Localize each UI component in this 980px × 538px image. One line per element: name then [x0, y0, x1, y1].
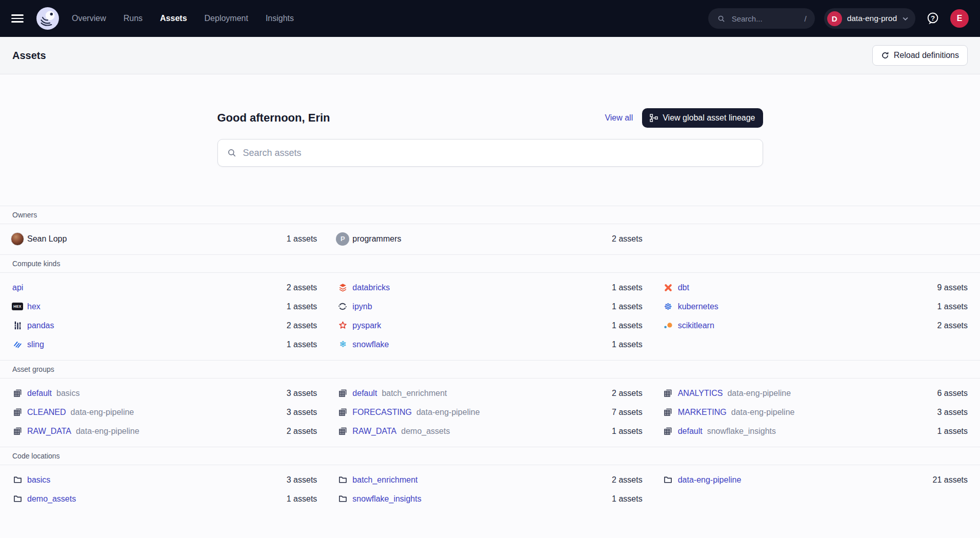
item-location-suffix: snowflake_insights	[707, 427, 776, 436]
compute-kinds-item: pyspark1 assets	[337, 316, 642, 335]
view-all-link[interactable]: View all	[605, 113, 633, 123]
asset-groups-link[interactable]: FORECASTINGdata-eng-pipeline	[337, 407, 479, 417]
compute-kinds-link[interactable]: scikitlearn	[663, 321, 714, 331]
code-locations-link[interactable]: snowflake_insights	[337, 494, 421, 504]
asset-groups-link[interactable]: RAW_DATAdemo_assets	[337, 426, 450, 436]
table-row: demo_assets1 assetssnowflake_insights1 a…	[0, 489, 980, 508]
sling-icon	[12, 340, 23, 350]
item-location-suffix: data-eng-pipeline	[731, 408, 795, 417]
compute-kinds-link[interactable]: sling	[12, 340, 44, 350]
greeting-heading: Good afternoon, Erin	[217, 111, 330, 125]
section-compute-kinds: Compute kindsapi2 assetsdatabricks1 asse…	[0, 254, 980, 360]
item-name: demo_assets	[27, 494, 76, 504]
compute-kinds-link[interactable]: dbt	[663, 283, 689, 293]
folder-icon	[337, 475, 348, 485]
code-locations-link[interactable]: batch_enrichment	[337, 475, 417, 485]
section-owners: OwnersSean Lopp1 assetsPprogrammers2 ass…	[0, 206, 980, 254]
compute-kinds-link[interactable]: ☸kubernetes	[663, 302, 718, 312]
asset-count: 1 assets	[612, 321, 643, 330]
asset-count: 3 assets	[287, 408, 317, 417]
reload-definitions-button[interactable]: Reload definitions	[872, 45, 968, 66]
item-name: CLEANED	[27, 408, 66, 417]
code-locations-item: batch_enrichment2 assets	[337, 470, 642, 489]
compute-kinds-link[interactable]: databricks	[337, 283, 390, 293]
compute-kinds-item: ❄snowflake1 assets	[337, 335, 642, 354]
compute-kinds-link[interactable]: ❄snowflake	[337, 340, 389, 350]
item-name: batch_enrichment	[352, 475, 417, 485]
asset-groups-link[interactable]: RAW_DATAdata-eng-pipeline	[12, 426, 139, 436]
asset-count: 9 assets	[937, 283, 968, 292]
item-name: snowflake	[352, 340, 389, 349]
owners-rows: Sean Lopp1 assetsPprogrammers2 assets	[0, 224, 980, 254]
compute-kinds-item: ipynb1 assets	[337, 297, 642, 316]
hamburger-menu-icon[interactable]	[11, 14, 24, 23]
asset-groups-item: RAW_DATAdemo_assets1 assets	[337, 422, 642, 441]
section-label-code-locations: Code locations	[0, 447, 980, 465]
deployment-badge: D	[827, 11, 842, 26]
compute-kinds-link[interactable]: HEXhex	[12, 302, 41, 312]
asset-count: 21 assets	[933, 475, 968, 485]
nav-link-overview[interactable]: Overview	[72, 14, 106, 23]
code-locations-link[interactable]: demo_assets	[12, 494, 76, 504]
table-row: pandas2 assetspyspark1 assetsscikitlearn…	[0, 316, 980, 335]
code-locations-link[interactable]: data-eng-pipeline	[663, 475, 742, 485]
asset-groups-item: defaultbatch_enrichment2 assets	[337, 384, 642, 403]
item-name: hex	[27, 302, 41, 311]
item-name: FORECASTING	[352, 408, 412, 417]
page-header: Assets Reload definitions	[0, 37, 980, 74]
item-location-suffix: basics	[56, 389, 79, 398]
asset-groups-link[interactable]: ANALYTICSdata-eng-pipeline	[663, 388, 791, 398]
lineage-graph-icon	[650, 114, 658, 122]
asset-groups-link[interactable]: defaultbatch_enrichment	[337, 388, 447, 398]
user-avatar[interactable]: E	[950, 9, 969, 28]
asset-groups-link[interactable]: CLEANEDdata-eng-pipeline	[12, 407, 134, 417]
item-location-suffix: data-eng-pipeline	[416, 408, 480, 417]
asset-group-icon	[337, 426, 348, 436]
asset-count: 3 assets	[287, 475, 317, 485]
view-global-asset-lineage-button[interactable]: View global asset lineage	[642, 108, 763, 128]
databricks-icon	[337, 283, 348, 293]
search-icon	[227, 148, 237, 158]
nav-link-deployment[interactable]: Deployment	[205, 14, 248, 23]
owners-link[interactable]: Pprogrammers	[337, 234, 401, 244]
item-name: pyspark	[352, 321, 381, 330]
compute-kinds-item: scikitlearn2 assets	[663, 316, 968, 335]
compute-kinds-item: databricks1 assets	[337, 278, 642, 297]
asset-groups-link[interactable]: MARKETINGdata-eng-pipeline	[663, 407, 795, 417]
code-locations-link[interactable]: basics	[12, 475, 50, 485]
item-location-suffix: batch_enrichment	[382, 389, 447, 398]
section-label-asset-groups: Asset groups	[0, 360, 980, 378]
code-locations-rows: basics3 assetsbatch_enrichment2 assetsda…	[0, 465, 980, 514]
compute-kinds-link[interactable]: ipynb	[337, 302, 372, 312]
table-row: CLEANEDdata-eng-pipeline3 assetsFORECAST…	[0, 403, 980, 422]
asset-search-input[interactable]	[243, 148, 754, 158]
global-search-input[interactable]: Search... /	[708, 8, 815, 29]
item-name: ANALYTICS	[678, 389, 723, 398]
compute-kinds-link[interactable]: pandas	[12, 321, 54, 331]
asset-groups-link[interactable]: defaultsnowflake_insights	[663, 426, 776, 436]
code-locations-item: data-eng-pipeline21 assets	[663, 470, 968, 489]
compute-kinds-link[interactable]: api	[12, 283, 23, 292]
deployment-switcher[interactable]: D data-eng-prod	[824, 8, 915, 29]
help-icon[interactable]: ?	[925, 10, 941, 27]
asset-groups-link[interactable]: defaultbasics	[12, 388, 79, 398]
top-nav: OverviewRunsAssetsDeploymentInsights Sea…	[0, 0, 980, 37]
dagster-logo-icon[interactable]	[36, 7, 59, 30]
compute-kinds-item: dbt9 assets	[663, 278, 968, 297]
table-row: Sean Lopp1 assetsPprogrammers2 assets	[0, 229, 980, 248]
asset-groups-item: defaultsnowflake_insights1 assets	[663, 422, 968, 441]
owners-link[interactable]: Sean Lopp	[12, 234, 67, 244]
asset-group-icon	[663, 407, 673, 417]
nav-link-runs[interactable]: Runs	[124, 14, 143, 23]
nav-link-insights[interactable]: Insights	[266, 14, 294, 23]
nav-link-assets[interactable]: Assets	[160, 14, 187, 23]
compute-kinds-link[interactable]: pyspark	[337, 321, 381, 331]
compute-kinds-item: api2 assets	[12, 278, 317, 297]
item-location-suffix: data-eng-pipeline	[76, 427, 139, 436]
item-name: RAW_DATA	[27, 427, 71, 436]
table-row: sling1 assets❄snowflake1 assets	[0, 335, 980, 354]
item-name: ipynb	[352, 302, 372, 311]
hero-section: Good afternoon, Erin View all View globa…	[217, 74, 763, 206]
asset-count: 1 assets	[287, 340, 317, 349]
item-name: databricks	[352, 283, 390, 292]
